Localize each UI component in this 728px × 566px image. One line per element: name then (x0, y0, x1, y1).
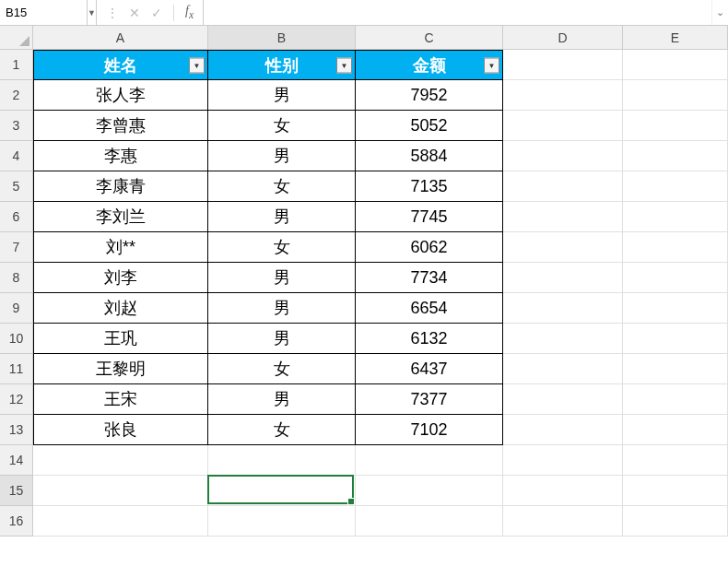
cell-D12[interactable] (503, 384, 623, 415)
cell-E7[interactable] (623, 232, 728, 263)
fx-icon[interactable]: fx (185, 4, 194, 21)
row-header-11[interactable]: 11 (0, 354, 33, 384)
cell-E10[interactable] (623, 324, 728, 354)
cell-B14[interactable] (208, 445, 356, 476)
cell-A11[interactable]: 王黎明 (33, 354, 208, 384)
row-header-10[interactable]: 10 (0, 324, 33, 354)
cell-C5[interactable]: 7135 (356, 171, 503, 202)
cell-A7[interactable]: 刘** (33, 232, 208, 263)
cell-E13[interactable] (623, 415, 728, 445)
cell-E9[interactable] (623, 293, 728, 324)
cell-B7[interactable]: 女 (208, 232, 356, 263)
cell-E4[interactable] (623, 141, 728, 171)
cell-A6[interactable]: 李刘兰 (33, 202, 208, 232)
col-header-D[interactable]: D (503, 26, 623, 50)
cell-C14[interactable] (356, 445, 503, 476)
cell-D10[interactable] (503, 324, 623, 354)
row-header-5[interactable]: 5 (0, 171, 33, 202)
cell-D16[interactable] (503, 506, 623, 537)
cell-C4[interactable]: 5884 (356, 141, 503, 171)
row-header-2[interactable]: 2 (0, 80, 33, 111)
cell-E3[interactable] (623, 111, 728, 141)
cell-E1[interactable] (623, 50, 728, 80)
cell-E15[interactable] (623, 476, 728, 506)
row-header-4[interactable]: 4 (0, 141, 33, 171)
cell-D6[interactable] (503, 202, 623, 232)
cell-B11[interactable]: 女 (208, 354, 356, 384)
filter-button-gender[interactable]: ▼ (336, 57, 352, 73)
cell-B2[interactable]: 男 (208, 80, 356, 111)
row-header-1[interactable]: 1 (0, 50, 33, 80)
cell-C11[interactable]: 6437 (356, 354, 503, 384)
cell-A5[interactable]: 李康青 (33, 171, 208, 202)
cell-A4[interactable]: 李惠 (33, 141, 208, 171)
row-header-3[interactable]: 3 (0, 111, 33, 141)
cell-B3[interactable]: 女 (208, 111, 356, 141)
cell-A15[interactable] (33, 476, 208, 506)
cell-E11[interactable] (623, 354, 728, 384)
row-header-12[interactable]: 12 (0, 384, 33, 415)
cell-C2[interactable]: 7952 (356, 80, 503, 111)
cell-C13[interactable]: 7102 (356, 415, 503, 445)
col-header-C[interactable]: C (356, 26, 503, 50)
col-header-E[interactable]: E (623, 26, 728, 50)
cell-B5[interactable]: 女 (208, 171, 356, 202)
cell-B9[interactable]: 男 (208, 293, 356, 324)
row-header-7[interactable]: 7 (0, 232, 33, 263)
cell-C15[interactable] (356, 476, 503, 506)
cell-C7[interactable]: 6062 (356, 232, 503, 263)
cell-A12[interactable]: 王宋 (33, 384, 208, 415)
cell-C12[interactable]: 7377 (356, 384, 503, 415)
header-cell-name[interactable]: 姓名 ▼ (33, 50, 208, 80)
cell-E8[interactable] (623, 263, 728, 293)
header-cell-amount[interactable]: 金额 ▼ (356, 50, 503, 80)
cell-B8[interactable]: 男 (208, 263, 356, 293)
cell-E2[interactable] (623, 80, 728, 111)
cell-A2[interactable]: 张人李 (33, 80, 208, 111)
cell-D5[interactable] (503, 171, 623, 202)
row-header-15[interactable]: 15 (0, 476, 33, 506)
cell-E14[interactable] (623, 445, 728, 476)
col-header-B[interactable]: B (208, 26, 356, 50)
cell-E12[interactable] (623, 384, 728, 415)
cell-D14[interactable] (503, 445, 623, 476)
cell-D11[interactable] (503, 354, 623, 384)
cell-A3[interactable]: 李曾惠 (33, 111, 208, 141)
dots-icon[interactable]: ⋮ (106, 6, 118, 20)
cell-B6[interactable]: 男 (208, 202, 356, 232)
col-header-A[interactable]: A (33, 26, 208, 50)
cell-A10[interactable]: 王巩 (33, 324, 208, 354)
row-header-13[interactable]: 13 (0, 415, 33, 445)
cell-B12[interactable]: 男 (208, 384, 356, 415)
cell-D1[interactable] (503, 50, 623, 80)
row-header-8[interactable]: 8 (0, 263, 33, 293)
cell-D15[interactable] (503, 476, 623, 506)
select-all-triangle[interactable] (0, 26, 33, 50)
cell-E5[interactable] (623, 171, 728, 202)
cell-D2[interactable] (503, 80, 623, 111)
formula-bar-expand-icon[interactable]: ⌄ (711, 0, 728, 25)
cell-D4[interactable] (503, 141, 623, 171)
filter-button-name[interactable]: ▼ (189, 57, 205, 73)
filter-button-amount[interactable]: ▼ (484, 57, 499, 73)
name-box[interactable]: B15 (0, 0, 88, 25)
cell-A16[interactable] (33, 506, 208, 537)
cell-C9[interactable]: 6654 (356, 293, 503, 324)
row-header-9[interactable]: 9 (0, 293, 33, 324)
cell-A9[interactable]: 刘赵 (33, 293, 208, 324)
row-header-16[interactable]: 16 (0, 506, 33, 537)
cell-D13[interactable] (503, 415, 623, 445)
cell-E16[interactable] (623, 506, 728, 537)
header-cell-gender[interactable]: 性别 ▼ (208, 50, 356, 80)
cell-B10[interactable]: 男 (208, 324, 356, 354)
cell-C6[interactable]: 7745 (356, 202, 503, 232)
name-box-dropdown-icon[interactable]: ▼ (88, 0, 97, 25)
cell-D9[interactable] (503, 293, 623, 324)
cell-D7[interactable] (503, 232, 623, 263)
cell-D3[interactable] (503, 111, 623, 141)
cell-B15[interactable] (208, 476, 356, 506)
row-header-14[interactable]: 14 (0, 445, 33, 476)
cell-A8[interactable]: 刘李 (33, 263, 208, 293)
cell-E6[interactable] (623, 202, 728, 232)
cell-C10[interactable]: 6132 (356, 324, 503, 354)
